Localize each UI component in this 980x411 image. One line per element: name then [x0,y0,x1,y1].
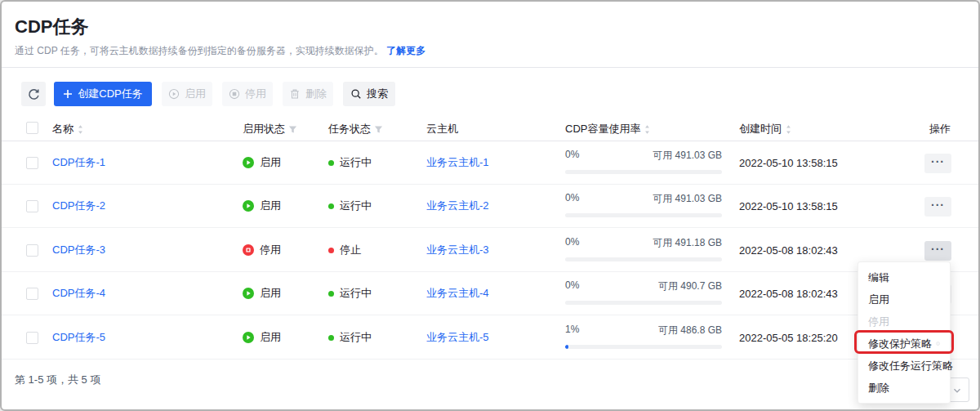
host-link[interactable]: 业务云主机-5 [426,330,489,345]
column-header-actions: 操作 [929,122,951,136]
created-time: 2022-05-08 18:02:43 [739,288,838,300]
enable-status-cell: 启用 [243,199,281,213]
usage-percent: 0% [565,279,579,293]
row-checkbox[interactable] [26,288,38,300]
plus-icon [63,89,73,99]
sort-icon[interactable] [785,124,792,135]
row-checkbox[interactable] [26,244,38,257]
filter-icon[interactable] [374,125,383,134]
usage-available: 可用 491.03 GB [653,192,722,206]
learn-more-link[interactable]: 了解更多 [386,45,425,56]
task-name-link[interactable]: CDP任务-1 [52,155,105,170]
search-icon [350,88,362,100]
disabled-status-icon [243,244,254,256]
usage-cell: 0% 可用 491.03 GB [565,192,722,217]
task-name-link[interactable]: CDP任务-5 [52,330,105,345]
usage-available: 可用 486.8 GB [658,324,722,337]
usage-progress-bar [565,213,722,217]
row-more-actions-button[interactable]: ··· [924,154,951,173]
table-row: CDP任务-1 启用 运行中 业务云主机-1 0% 可用 491.03 GB 2… [2,141,978,185]
stopped-status-dot [328,248,334,253]
search-button[interactable]: 搜索 [343,82,395,106]
table-row: CDP任务-2 启用 运行中 业务云主机-2 0% 可用 491.03 GB 2… [2,185,978,228]
table-header: 名称 启用状态 任务状态 云主机 CDP容量使用率 创建时间 操作 [2,115,978,141]
row-actions-menu: 编辑 启用 停用 修改保护策略 修改任务运行策略 删除 [858,261,951,404]
sort-icon[interactable] [77,124,84,135]
usage-cell: 0% 可用 491.18 GB [565,236,722,261]
usage-cell: 0% 可用 490.7 GB [565,279,722,305]
row-checkbox[interactable] [26,157,38,169]
running-status-dot [328,160,334,166]
enable-status-cell: 启用 [243,330,281,345]
menu-item-enable[interactable]: 启用 [858,288,950,310]
usage-progress-bar [565,301,722,305]
host-link[interactable]: 业务云主机-3 [426,243,489,257]
play-circle-icon [168,88,180,100]
pagination-summary: 第 1-5 项，共 5 项 [15,373,100,387]
usage-progress-bar [565,257,722,261]
task-status-cell: 停止 [328,243,361,257]
cdp-task-page: CDP任务 通过 CDP 任务，可将云主机数据持续备份到指定的备份服务器，实现持… [0,0,980,411]
filter-icon[interactable] [288,125,297,134]
running-status-dot [328,203,334,209]
host-link[interactable]: 业务云主机-1 [426,155,489,170]
task-status-cell: 运行中 [328,286,372,301]
refresh-button[interactable] [21,82,46,106]
usage-percent: 0% [565,236,579,250]
task-status-cell: 运行中 [328,199,372,213]
enable-status-cell: 停用 [243,243,281,257]
create-cdp-task-button[interactable]: 创建CDP任务 [54,82,152,106]
chevron-down-icon [952,386,962,395]
row-more-actions-button-open[interactable]: ··· [924,241,951,261]
select-all-checkbox[interactable] [26,122,38,134]
created-time: 2022-05-08 18:02:43 [739,244,838,257]
info-icon [936,338,940,349]
enable-status-cell: 启用 [243,155,281,170]
task-name-link[interactable]: CDP任务-2 [52,199,105,213]
column-header-enable-status[interactable]: 启用状态 [243,122,297,136]
menu-item-modify-run-policy[interactable]: 修改任务运行策略 [858,355,950,377]
menu-item-delete[interactable]: 删除 [858,377,950,399]
table-row: CDP任务-4 启用 运行中 业务云主机-4 0% 可用 490.7 GB 20… [2,272,978,315]
page-description: 通过 CDP 任务，可将云主机数据持续备份到指定的备份服务器，实现持续数据保护。… [15,44,425,58]
sort-icon[interactable] [644,124,651,135]
created-time: 2022-05-10 13:58:15 [739,200,838,212]
usage-percent: 0% [565,192,579,206]
description-text: 通过 CDP 任务，可将云主机数据持续备份到指定的备份服务器，实现持续数据保护。 [15,45,384,56]
enable-button[interactable]: 启用 [162,82,212,106]
usage-cell: 1% 可用 486.8 GB [565,324,722,349]
trash-icon [289,88,301,100]
usage-progress-bar [565,170,722,174]
task-name-link[interactable]: CDP任务-3 [52,243,105,257]
row-more-actions-button[interactable]: ··· [924,197,951,217]
usage-available: 可用 491.03 GB [653,149,722,163]
running-status-dot [328,335,334,341]
enabled-status-icon [243,200,254,212]
created-time: 2022-05-10 13:58:15 [739,157,838,169]
column-header-created[interactable]: 创建时间 [739,122,792,136]
page-title: CDP任务 [15,15,88,39]
delete-button[interactable]: 删除 [283,82,333,106]
host-link[interactable]: 业务云主机-4 [426,286,489,301]
disable-button[interactable]: 停用 [222,82,273,106]
row-checkbox[interactable] [26,332,38,344]
table-row: CDP任务-5 启用 运行中 业务云主机-5 1% 可用 486.8 GB 20… [2,316,978,360]
stop-circle-icon [229,88,240,100]
usage-cell: 0% 可用 491.03 GB [565,149,722,174]
menu-item-disable[interactable]: 停用 [858,310,950,333]
menu-item-modify-protection-policy[interactable]: 修改保护策略 [858,333,950,355]
menu-item-edit[interactable]: 编辑 [858,266,950,288]
host-link[interactable]: 业务云主机-2 [426,199,489,213]
usage-progress-bar [565,345,722,349]
usage-percent: 0% [565,149,579,163]
refresh-icon [28,88,40,101]
task-name-link[interactable]: CDP任务-4 [52,286,105,301]
column-header-task-status[interactable]: 任务状态 [328,122,383,136]
task-status-cell: 运行中 [328,330,372,345]
row-checkbox[interactable] [26,200,38,212]
running-status-dot [328,291,334,297]
enable-status-cell: 启用 [243,286,281,301]
usage-percent: 1% [565,324,579,337]
column-header-name[interactable]: 名称 [52,122,84,136]
column-header-usage[interactable]: CDP容量使用率 [565,122,651,136]
